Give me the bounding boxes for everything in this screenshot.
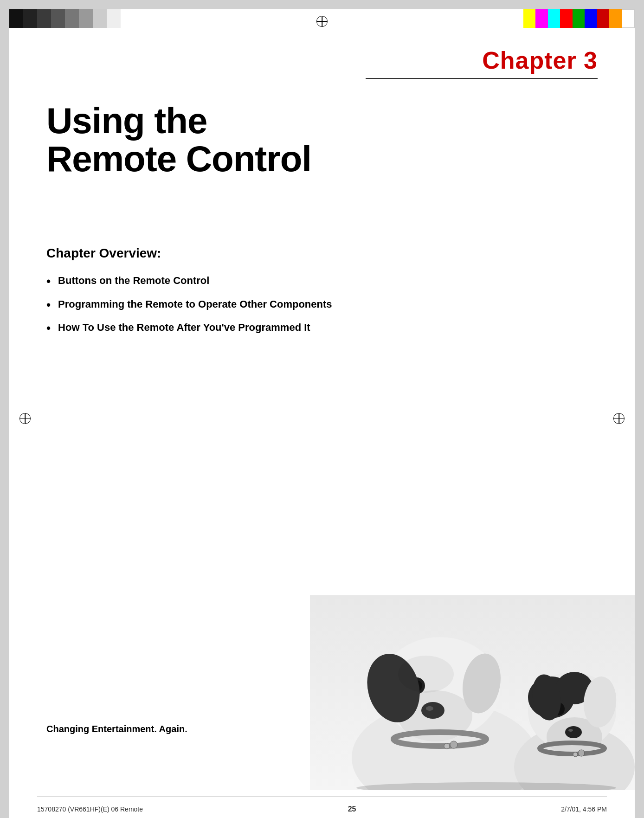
color-bar-left: [9, 9, 121, 28]
bullet-item-1: Buttons on the Remote Control: [46, 275, 598, 288]
swatch-magenta: [535, 9, 547, 28]
main-title-line1: Using the: [46, 102, 311, 140]
svg-point-13: [444, 743, 450, 749]
document-page: Chapter 3 Using the Remote Control Chapt…: [9, 9, 635, 818]
svg-point-21: [568, 729, 573, 732]
bullet-item-2: Programming the Remote to Operate Other …: [46, 298, 598, 312]
swatch-7: [93, 9, 107, 28]
overview-section: Chapter Overview: Buttons on the Remote …: [46, 246, 598, 345]
main-title: Using the Remote Control: [46, 102, 311, 178]
footer-right: 2/7/01, 4:56 PM: [561, 805, 607, 813]
swatch-3: [37, 9, 51, 28]
bullet-item-3: How To Use the Remote After You've Progr…: [46, 322, 598, 335]
swatch-red: [560, 9, 572, 28]
bottom-rule: [37, 797, 607, 798]
swatch-4: [51, 9, 65, 28]
chapter-rule: [366, 78, 598, 79]
svg-point-28: [573, 752, 578, 757]
swatch-cyan: [548, 9, 560, 28]
svg-point-27: [578, 750, 585, 756]
color-bar-right: [523, 9, 635, 28]
reg-mark-left: [19, 412, 32, 425]
bullet-item-2-text: Programming the Remote to Operate Other …: [58, 298, 332, 310]
bullet-item-1-text: Buttons on the Remote Control: [58, 275, 209, 287]
svg-point-20: [565, 726, 582, 738]
bullet-list: Buttons on the Remote Control Programmin…: [46, 275, 598, 335]
swatch-yellow: [523, 9, 535, 28]
svg-point-5: [426, 706, 433, 711]
swatch-darkred: [597, 9, 609, 28]
swatch-8: [107, 9, 121, 28]
chapter-header: Chapter 3: [366, 46, 598, 79]
bullet-item-3-text: How To Use the Remote After You've Progr…: [58, 322, 310, 334]
page-number: 25: [348, 805, 356, 813]
chapter-title: Chapter 3: [366, 46, 598, 74]
footer: 15708270 (VR661HF)(E) 06 Remote 25 2/7/0…: [37, 805, 607, 813]
swatch-green: [573, 9, 585, 28]
swatch-orange: [609, 9, 621, 28]
swatch-2: [23, 9, 37, 28]
swatch-blue: [585, 9, 597, 28]
dogs-image: [310, 595, 635, 790]
swatch-6: [79, 9, 93, 28]
swatch-1: [9, 9, 23, 28]
svg-point-4: [421, 702, 444, 719]
reg-mark-top: [316, 15, 328, 28]
overview-heading: Chapter Overview:: [46, 246, 598, 261]
svg-point-14: [398, 656, 454, 693]
footer-left: 15708270 (VR661HF)(E) 06 Remote: [37, 805, 143, 813]
main-title-line2: Remote Control: [46, 140, 311, 178]
swatch-5: [65, 9, 79, 28]
svg-point-12: [450, 741, 457, 748]
reg-mark-right: [612, 412, 625, 425]
caption: Changing Entertainment. Again.: [46, 724, 187, 734]
swatch-white: [622, 9, 635, 28]
dogs-svg: [310, 595, 635, 790]
